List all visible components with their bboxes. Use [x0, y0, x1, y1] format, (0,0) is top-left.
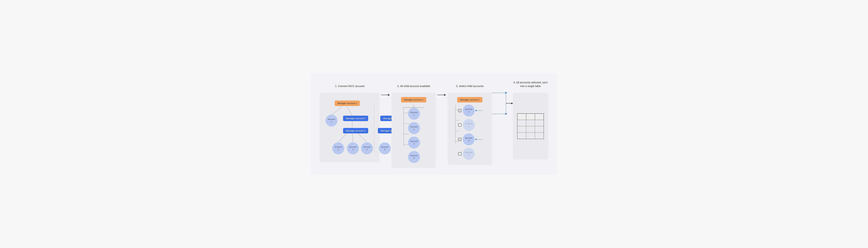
manager-root: Manager account 1 — [335, 101, 360, 106]
arrow-icon-2 — [437, 93, 446, 97]
arrow-2-3 — [436, 93, 448, 97]
arrow-1-2 — [380, 93, 392, 97]
step-3-content: Manager account 1 ✓ A — [448, 93, 492, 165]
dotted-line-1 — [476, 110, 485, 111]
manager-account-2-label: Manager account 2 — [343, 116, 368, 121]
arrow-icon-1 — [381, 93, 390, 97]
svg-line-1 — [347, 107, 352, 115]
table-cell-r3c3 — [535, 133, 544, 139]
table-cell-r1c3 — [535, 120, 544, 126]
svg-line-4 — [352, 133, 353, 142]
table-cell-r1c1 — [517, 120, 526, 126]
step-3: 3. Select child accounts Manager account… — [448, 80, 492, 165]
account-2-label-s1: Account2 — [332, 142, 344, 154]
diagram-container: 1. Connect MCC account — [311, 73, 557, 175]
step-2: 2. All child account available Manager a… — [392, 80, 436, 168]
table-cell-h1 — [517, 114, 526, 120]
step-4-title: 4. All accounts selected, sync into a si… — [513, 80, 548, 88]
svg-line-0 — [331, 107, 342, 115]
step2-lines-svg — [399, 108, 417, 150]
manager-account-2: Manager account 2 — [343, 116, 368, 121]
table-cell-r2c2 — [526, 126, 535, 133]
manager-account-1-label: Manager account 1 — [335, 101, 360, 106]
step2-manager: Manager account 1 — [401, 97, 426, 103]
account-1-label-s1: Account1 — [326, 115, 338, 127]
step3-account-4-row: Account4 — [458, 148, 485, 160]
table-cell-r2c1 — [517, 126, 526, 133]
step3-manager-label: Manager account 1 — [457, 97, 482, 103]
svg-line-3 — [338, 133, 347, 142]
step-2-title: 2. All child account available — [397, 80, 430, 88]
account-1-circle-s1: Account1 — [326, 115, 338, 127]
account-5-circle-s1b: Account5 — [379, 142, 391, 154]
account-4-label-s1: Account4 — [361, 142, 373, 154]
svg-line-5 — [358, 133, 367, 142]
table-cell-h2 — [526, 114, 535, 120]
account-2-circle-s1: Account2 — [332, 142, 344, 154]
svg-point-21 — [475, 110, 477, 111]
step-1: 1. Connect MCC account — [320, 80, 380, 162]
steps-row: 1. Connect MCC account — [320, 80, 548, 168]
account-5-label-s1b: Account5 — [379, 142, 391, 154]
table-cell-r1c2 — [526, 120, 535, 126]
step-1-title: 1. Connect MCC account — [335, 80, 365, 88]
step-1-content: Manager account 1 Account1 Manager accou… — [320, 93, 380, 162]
table-cell-r3c2 — [526, 133, 535, 139]
step2-account-4: Account4 — [408, 151, 420, 163]
step-4-content — [513, 93, 548, 160]
step-3-title: 3. Select child accounts — [456, 80, 484, 88]
manager-account-3: Manager account 3 — [343, 128, 368, 133]
account-3-label-s1: Account3 — [347, 142, 359, 154]
step4-table — [517, 113, 544, 139]
step3-account-4: Account4 — [463, 148, 475, 160]
table-cell-r2c3 — [535, 126, 544, 133]
step2-manager-label: Manager account 1 — [401, 97, 426, 103]
table-cell-r3c1 — [517, 133, 526, 139]
step3-manager: Manager account 1 — [457, 97, 482, 103]
table-cell-h3 — [535, 114, 544, 120]
svg-marker-27 — [511, 103, 513, 104]
svg-point-23 — [475, 139, 477, 140]
dotted-arrow-svg — [492, 86, 513, 121]
step3-cb-4[interactable] — [458, 152, 461, 155]
step3-lines-svg — [454, 105, 471, 147]
account-3-circle-s1: Account3 — [347, 142, 359, 154]
step-4: 4. All accounts selected, sync into a si… — [513, 80, 548, 160]
account-4-circle-s1: Account4 — [361, 142, 373, 154]
dotted-line-3 — [476, 139, 485, 140]
step-2-content: Manager account 1 — [392, 93, 436, 168]
manager-account-3-label: Manager account 3 — [343, 128, 368, 133]
